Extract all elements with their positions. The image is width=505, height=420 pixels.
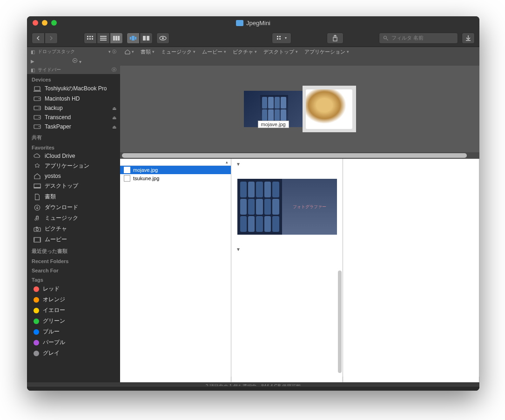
- svg-rect-13: [132, 36, 135, 41]
- tag-dot-icon: [34, 286, 39, 292]
- column-resize-handle-3[interactable]: ‖: [478, 376, 479, 381]
- icon-view-button[interactable]: [84, 33, 97, 44]
- finder-window: JpegMini ▾ フィルタ 名前 ◧: [27, 16, 479, 391]
- gallery-button[interactable]: [140, 33, 153, 44]
- nav-buttons: [32, 33, 58, 44]
- sidebar-favorite-2[interactable]: yostos: [27, 171, 120, 181]
- sidebar-favorite-8[interactable]: ムービー: [27, 234, 120, 245]
- sidebar-dropstack-row[interactable]: ◧ ドロップスタック ▾ ⓧ: [27, 47, 120, 56]
- share-button[interactable]: [327, 33, 343, 44]
- file-row-0[interactable]: mojave.jpg: [120, 166, 231, 174]
- tag-dot-icon: [34, 329, 39, 335]
- sidebar-device-3[interactable]: Transcend⏏: [27, 113, 120, 122]
- coverflow-button[interactable]: [127, 33, 140, 44]
- tag-dot-icon: [34, 340, 39, 345]
- svg-rect-19: [277, 36, 278, 37]
- list-view-button[interactable]: [97, 33, 110, 44]
- column-2-preview: ▼ フォトグラファー: [231, 159, 343, 382]
- sidebar-favorite-7[interactable]: ピクチャ: [27, 224, 120, 234]
- sidebar-device-1[interactable]: Macintosh HD: [27, 94, 120, 103]
- maximize-button[interactable]: [51, 20, 57, 26]
- coverflow-thumb-next[interactable]: [303, 86, 356, 132]
- sidebar-tag-5[interactable]: パープル: [27, 337, 120, 348]
- sidebar-tag-1[interactable]: オレンジ: [27, 294, 120, 305]
- svg-rect-12: [130, 37, 131, 40]
- tags-header: Tags: [27, 274, 120, 284]
- path-home[interactable]: ▾: [125, 49, 134, 54]
- preview-image: フォトグラファー: [237, 179, 337, 235]
- sidebar-tag-4[interactable]: ブルー: [27, 326, 120, 337]
- column-browser: ▴ mojave.jpgtsukune.jpg ‖ ▼: [120, 159, 479, 382]
- sidebar-subheader[interactable]: ◧サイドバーⓧ: [27, 66, 120, 74]
- sidebar-favorite-6[interactable]: ミュージック: [27, 213, 120, 224]
- eject-icon[interactable]: ⏏: [112, 115, 116, 120]
- sidebar-device-2[interactable]: backup⏏: [27, 103, 120, 113]
- sidebar: ◧サイドバーⓧ Devices ToshiyukiのMacBook ProMac…: [27, 66, 120, 382]
- search-icon: [383, 35, 389, 41]
- column-1: ▴ mojave.jpgtsukune.jpg ‖: [120, 159, 231, 382]
- titlebar: JpegMini: [27, 16, 479, 29]
- sidebar-tag-2[interactable]: イエロー: [27, 305, 120, 316]
- column-view-button[interactable]: [110, 33, 123, 44]
- search-for-header: Search For: [27, 265, 120, 274]
- svg-point-36: [39, 126, 40, 127]
- svg-point-18: [162, 37, 164, 39]
- minimize-button[interactable]: [42, 20, 47, 26]
- download-button[interactable]: [462, 33, 475, 44]
- devices-header: Devices: [27, 74, 120, 83]
- path-item-5[interactable]: アプリケーション▾: [304, 48, 349, 55]
- column-track: [27, 386, 479, 391]
- file-icon: [124, 167, 130, 173]
- recent-folders-header: Recent Folders: [27, 256, 120, 265]
- svg-rect-9: [113, 36, 115, 41]
- window-title-text: JpegMini: [246, 20, 270, 27]
- column-sort-indicator[interactable]: ▴: [120, 159, 231, 166]
- sidebar-device-0[interactable]: ToshiyukiのMacBook Pro: [27, 83, 120, 94]
- thumb-image-tsukune: [303, 86, 356, 132]
- forward-button[interactable]: [45, 33, 58, 44]
- coverflow-scrollbar[interactable]: [120, 152, 479, 159]
- coverflow-thumb-selected[interactable]: mojave.jpg: [244, 91, 304, 127]
- coverflow-strip[interactable]: mojave.jpg: [120, 66, 479, 152]
- svg-point-34: [39, 117, 40, 118]
- eject-icon[interactable]: ⏏: [112, 106, 116, 111]
- svg-point-26: [74, 60, 76, 61]
- svg-point-41: [36, 228, 39, 230]
- quicklook-button[interactable]: [156, 33, 169, 44]
- disclosure-1[interactable]: ▼: [231, 159, 343, 169]
- sidebar-tag-6[interactable]: グレイ: [27, 348, 120, 359]
- sidebar-favorite-1[interactable]: アプリケーション: [27, 161, 120, 171]
- path-item-4[interactable]: デスクトップ▾: [263, 48, 298, 55]
- scrollbar-thumb[interactable]: [122, 153, 467, 158]
- close-button[interactable]: [33, 20, 38, 26]
- eject-icon[interactable]: ⏏: [112, 124, 116, 129]
- tab-bar: ◧ ドロップスタック ▾ ⓧ ▾ 書類▾ ミュージック▾ ムービー▾ ピクチャ▾…: [27, 47, 479, 56]
- disclosure-2[interactable]: ▼: [231, 244, 343, 255]
- column-3: ‖: [343, 159, 479, 382]
- tag-dot-icon: [34, 297, 39, 303]
- content-area: mojave.jpg ▴ mojave.jpgtsukune.jpg ‖ ▼: [120, 66, 479, 382]
- file-row-1[interactable]: tsukune.jpg: [120, 174, 231, 183]
- view-mode-group: [84, 33, 123, 44]
- arrange-button[interactable]: ▾: [272, 33, 291, 44]
- sidebar-favorite-5[interactable]: ダウンロード: [27, 202, 120, 213]
- path-item-2[interactable]: ムービー▾: [202, 48, 226, 55]
- sidebar-tag-0[interactable]: レッド: [27, 284, 120, 294]
- svg-rect-5: [92, 38, 93, 40]
- svg-rect-7: [100, 38, 107, 39]
- path-item-1[interactable]: ミュージック▾: [161, 48, 195, 55]
- preview-mode-group: [127, 33, 153, 44]
- search-field[interactable]: フィルタ 名前: [379, 33, 458, 44]
- search-placeholder: フィルタ 名前: [391, 34, 424, 41]
- favorites-header: Favorites: [27, 142, 120, 151]
- sidebar-device-4[interactable]: TaskPaper⏏: [27, 122, 120, 131]
- sidebar-action-row[interactable]: ▶ ▾: [27, 56, 120, 66]
- sidebar-favorite-0[interactable]: iCloud Drive: [27, 151, 120, 161]
- back-button[interactable]: [32, 33, 45, 44]
- sidebar-tag-3[interactable]: グリーン: [27, 316, 120, 326]
- sidebar-favorite-4[interactable]: 書類: [27, 191, 120, 202]
- path-item-3[interactable]: ピクチャ▾: [233, 48, 257, 55]
- preview-scrollbar[interactable]: [338, 271, 342, 373]
- path-item-0[interactable]: 書類▾: [141, 48, 155, 55]
- sidebar-favorite-3[interactable]: デスクトップ: [27, 181, 120, 191]
